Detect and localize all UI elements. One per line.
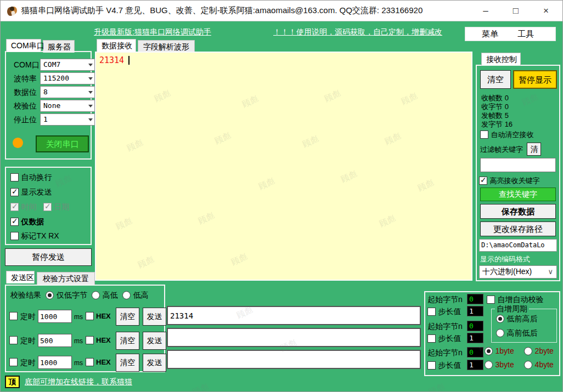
- tab-data-receive[interactable]: 数据接收: [97, 39, 136, 52]
- filter-clear-button[interactable]: 清: [527, 143, 541, 156]
- clear2-button[interactable]: 清空: [116, 332, 139, 350]
- stop-bits-select[interactable]: 1: [40, 113, 95, 126]
- start-byte2-value[interactable]: 0: [467, 321, 483, 331]
- timer1-ms-input[interactable]: [38, 310, 72, 323]
- rx-frames-value: 0: [505, 94, 509, 102]
- close-port-button[interactable]: 关闭串口: [36, 135, 89, 152]
- tab-receive-control[interactable]: 接收控制: [481, 53, 521, 65]
- step1-checkbox[interactable]: [427, 308, 436, 316]
- timer1-checkbox[interactable]: [9, 312, 18, 320]
- auto-clear-checkbox[interactable]: [480, 130, 488, 139]
- footer-contact-link[interactable]: 底部可增加在线链接，联系猫猫: [25, 377, 132, 387]
- send-text-input-3[interactable]: [167, 350, 421, 369]
- parity-select[interactable]: None: [40, 100, 95, 112]
- time-label: 时间: [21, 202, 36, 211]
- show-send-checkbox[interactable]: [10, 188, 19, 196]
- timer3-ms-input[interactable]: [38, 356, 72, 369]
- clear1-button[interactable]: 清空: [116, 308, 139, 326]
- step3-value[interactable]: 1: [467, 360, 483, 370]
- timer3-checkbox[interactable]: [9, 358, 18, 366]
- receive-control-group: 清空 暂停显示 收帧数 0 收字节 0 发帧数 5 发字节 16 自动清空接收 …: [476, 65, 560, 281]
- step1-label: 步长值: [438, 307, 461, 316]
- watermark: 顾彪: [191, 382, 210, 392]
- chevron-down-icon: ∨: [548, 268, 553, 276]
- hex2-checkbox[interactable]: [86, 336, 94, 344]
- clear3-button[interactable]: 清空: [116, 354, 139, 372]
- byte1-radio[interactable]: [485, 347, 493, 355]
- filter-keyword-label: 过滤帧关键字: [480, 145, 523, 154]
- checksum-lowhigh-radio[interactable]: [122, 291, 131, 299]
- mark-txrx-label: 标记TX RX: [21, 231, 59, 240]
- tab-checksum-settings[interactable]: 校验方式设置: [37, 272, 95, 285]
- byte4-radio[interactable]: [524, 361, 532, 369]
- scroll-top-button[interactable]: 顶: [5, 376, 20, 388]
- tools-button[interactable]: 工具: [517, 29, 534, 39]
- send-text-input-1[interactable]: [167, 306, 421, 325]
- tab-com-serial[interactable]: COM串口: [6, 39, 41, 52]
- send-text-input-2[interactable]: [167, 328, 421, 347]
- increment-cycle-title: 自增周期: [495, 304, 529, 314]
- receive-data-area[interactable]: 21314: [95, 52, 472, 281]
- cycle-high-first-radio[interactable]: [496, 329, 504, 337]
- filter-keyword-input[interactable]: [480, 158, 556, 172]
- byte2-radio[interactable]: [524, 347, 532, 355]
- pause-send-button[interactable]: 暂停发送: [5, 248, 92, 266]
- mark-txrx-checkbox[interactable]: [10, 232, 19, 240]
- window-title: 猫猫串口网络调试助手 V4.7 意见、BUG、改善、定制-联系阿猫:amaoma…: [21, 5, 423, 16]
- checksum-lowbyte-label: 仅低字节: [57, 291, 87, 299]
- hex1-checkbox[interactable]: [86, 312, 94, 320]
- hex2-label: HEX: [96, 336, 111, 344]
- menu-button[interactable]: 菜单: [482, 29, 498, 39]
- byte3-radio[interactable]: [485, 361, 493, 369]
- text-caret: [128, 56, 130, 65]
- tab-field-wave[interactable]: 字段解析波形: [138, 40, 195, 53]
- checksum-lowhigh-label: 低高: [133, 291, 149, 299]
- pause-display-button[interactable]: 暂停显示: [513, 70, 557, 89]
- tab-send-zone[interactable]: 发送区: [6, 271, 35, 283]
- autowrap-checkbox[interactable]: [10, 173, 19, 181]
- chevron-down-icon: [88, 105, 93, 107]
- start-byte1-label: 起始字节n: [427, 295, 463, 304]
- step1-value[interactable]: 1: [467, 306, 483, 316]
- start-byte1-value[interactable]: 0: [467, 294, 483, 304]
- baud-rate-select[interactable]: 115200: [40, 72, 95, 84]
- data-bits-select[interactable]: 8: [40, 86, 95, 98]
- checksum-highlow-radio[interactable]: [92, 291, 100, 299]
- step2-value[interactable]: 1: [467, 333, 483, 343]
- auto-increment-check-checkbox[interactable]: [487, 296, 495, 304]
- upgrade-link[interactable]: 升级最新版:猫猫串口网络调试助手: [94, 27, 211, 37]
- byte1-label: 1byte: [495, 346, 514, 355]
- timer2-ms-input[interactable]: [38, 334, 72, 347]
- step2-label: 步长值: [438, 334, 461, 343]
- minimize-icon[interactable]: –: [474, 1, 498, 21]
- data-only-label: 仅数据: [21, 217, 44, 226]
- maximize-icon[interactable]: □: [504, 1, 528, 21]
- save-data-button[interactable]: 保存数据: [480, 204, 556, 219]
- close-icon[interactable]: ×: [534, 1, 558, 21]
- step3-checkbox[interactable]: [427, 361, 436, 370]
- send2-button[interactable]: 发送: [143, 332, 166, 350]
- data-only-checkbox[interactable]: [10, 218, 19, 226]
- find-keyword-button[interactable]: 查找关键字: [480, 188, 556, 201]
- time-checkbox: [10, 203, 19, 211]
- help-link[interactable]: ！！！使用说明，源码获取，自己定制，增删减改: [273, 27, 442, 37]
- send3-button[interactable]: 发送: [143, 354, 166, 372]
- send1-button[interactable]: 发送: [143, 308, 166, 326]
- byte2-label: 2byte: [535, 346, 554, 355]
- clear-receive-button[interactable]: 清空: [480, 70, 511, 89]
- encoding-select[interactable]: 十六进制(Hex) ∨: [479, 265, 557, 279]
- checksum-lowbyte-radio[interactable]: [46, 291, 54, 299]
- timer2-checkbox[interactable]: [9, 336, 18, 344]
- tx-bytes-label: 发字节: [481, 120, 503, 128]
- step2-checkbox[interactable]: [427, 334, 436, 343]
- app-window: 猫猫串口网络调试助手 V4.7 意见、BUG、改善、定制-联系阿猫:amaoma…: [0, 0, 563, 392]
- hex3-checkbox[interactable]: [86, 358, 94, 366]
- change-save-path-button[interactable]: 更改保存路径: [480, 221, 556, 236]
- save-path-field[interactable]: D:\amaoComDataLo: [479, 239, 557, 252]
- start-byte3-value[interactable]: 0: [467, 347, 483, 357]
- timer1-label: 定时: [20, 312, 36, 322]
- cycle-low-first-radio[interactable]: [496, 315, 504, 323]
- highlight-keyword-checkbox[interactable]: [479, 177, 487, 185]
- com-port-select[interactable]: COM7: [40, 59, 95, 71]
- tx-frames-value: 5: [505, 111, 509, 120]
